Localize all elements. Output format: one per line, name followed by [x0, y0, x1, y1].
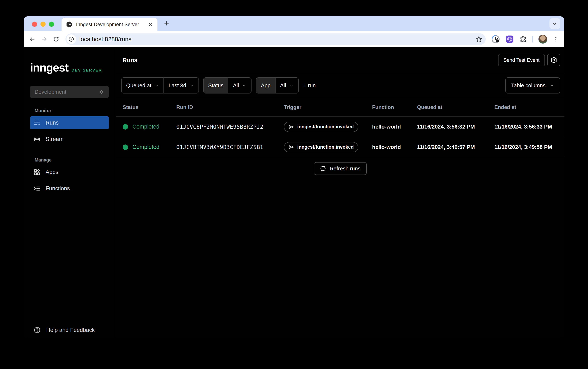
column-header-trigger: Trigger [284, 104, 372, 110]
minimize-window-button[interactable] [40, 21, 46, 27]
reload-icon[interactable] [53, 36, 59, 42]
trigger-cell: inngest/function.invoked [284, 122, 372, 132]
settings-button[interactable] [547, 54, 560, 66]
trigger-badge[interactable]: inngest/function.invoked [284, 142, 358, 152]
run-count: 1 run [304, 82, 316, 89]
column-header-ended-at: Ended at [494, 104, 564, 110]
status-filter-dropdown[interactable]: All [228, 78, 251, 93]
help-question-icon [34, 327, 41, 334]
new-tab-button[interactable] [163, 20, 170, 27]
close-window-button[interactable] [32, 21, 37, 27]
run-id[interactable]: 01JCVBTMV3WXY9D3CFDEJFZSB1 [176, 144, 284, 150]
sidebar-item-stream[interactable]: Stream [30, 133, 109, 146]
refresh-label: Refresh runs [330, 165, 360, 172]
status-filter-value: All [233, 82, 239, 89]
tab-bar: Inngest Development Server [24, 16, 564, 31]
address-bar[interactable]: localhost:8288/runs [65, 33, 486, 45]
tab-search-button[interactable] [549, 18, 560, 29]
send-test-event-button[interactable]: Send Test Event [498, 54, 545, 66]
browser-menu-icon[interactable] [553, 36, 559, 42]
table-row[interactable]: Completed 01JCVC6PF2MQNMTWE95BBRZPJ2 inn… [116, 117, 564, 137]
queued-at-value: 11/16/2024, 3:49:57 PM [417, 144, 494, 150]
settings-nut-icon [550, 57, 557, 64]
browser-tab[interactable]: Inngest Development Server [61, 18, 158, 31]
window-controls [32, 21, 54, 27]
sidebar-item-label: Apps [46, 169, 59, 175]
app-filter-dropdown[interactable]: All [276, 78, 298, 93]
refresh-icon [320, 165, 326, 172]
event-broadcast-icon [289, 124, 295, 130]
ended-at-value: 11/16/2024, 3:56:33 PM [494, 123, 564, 130]
time-range-dropdown[interactable]: Last 3d [164, 78, 198, 93]
sidebar: inngest DEV SERVER Development Monitor R… [24, 47, 116, 338]
event-broadcast-icon [289, 144, 295, 150]
app-filter-pill: App All [256, 77, 299, 93]
inngest-favicon-icon [66, 21, 73, 28]
header-actions: Send Test Event [498, 54, 560, 66]
trigger-badge[interactable]: inngest/function.invoked [284, 122, 358, 132]
refresh-runs-button[interactable]: Refresh runs [314, 162, 367, 175]
queued-at-value: 11/16/2024, 3:56:32 PM [417, 123, 494, 130]
site-info-icon[interactable] [67, 34, 76, 44]
column-header-queued-at: Queued at [417, 104, 494, 110]
forward-icon[interactable] [41, 36, 48, 42]
tab-title: Inngest Development Server [76, 21, 146, 27]
inngest-wordmark: inngest [30, 61, 68, 74]
app-filter-value: All [280, 82, 286, 89]
extensions-puzzle-icon[interactable] [519, 35, 527, 43]
chevron-down-icon [189, 83, 194, 88]
chevron-down-icon [549, 83, 554, 88]
column-header-run-id: Run ID [176, 104, 284, 110]
page-title: Runs [122, 57, 138, 64]
sidebar-item-label: Runs [46, 120, 59, 126]
app-filter-label: App [256, 78, 275, 93]
sidebar-item-runs[interactable]: Runs [30, 116, 109, 129]
function-name[interactable]: hello-world [372, 144, 417, 150]
environment-value: Development [35, 89, 66, 95]
close-tab-icon[interactable] [148, 22, 153, 27]
page-header: Runs Send Test Event [116, 47, 564, 73]
onepassword-extension-icon[interactable] [491, 35, 500, 44]
status-dot-completed [123, 144, 128, 150]
status-cell: Completed [123, 123, 176, 130]
profile-avatar[interactable] [538, 35, 547, 44]
column-header-function: Function [372, 104, 417, 110]
sidebar-item-apps[interactable]: Apps [30, 166, 109, 179]
help-and-feedback[interactable]: Help and Feedback [34, 327, 116, 334]
back-icon[interactable] [29, 36, 36, 42]
url-text[interactable]: localhost:8288/runs [79, 36, 472, 43]
time-field-label: Queued at [126, 82, 151, 89]
logo: inngest DEV SERVER [24, 61, 116, 74]
status-cell: Completed [123, 144, 176, 150]
sidebar-item-label: Functions [46, 185, 70, 192]
chevron-down-icon [289, 83, 294, 88]
trigger-name: inngest/function.invoked [297, 124, 354, 130]
help-label: Help and Feedback [46, 327, 95, 333]
filter-bar: Queued at Last 3d St [116, 73, 564, 98]
run-id[interactable]: 01JCVC6PF2MQNMTWE95BBRZPJ2 [176, 124, 284, 130]
apps-shapes-icon [34, 169, 40, 175]
sidebar-item-functions[interactable]: Functions [30, 182, 109, 195]
sidebar-section-monitor: Monitor [35, 108, 116, 113]
bookmark-star-icon[interactable] [475, 36, 482, 43]
status-filter-label: Status [204, 78, 228, 93]
table-row[interactable]: Completed 01JCVBTMV3WXY9D3CFDEJFZSB1 inn… [116, 137, 564, 157]
status-filter-pill: Status All [203, 77, 252, 93]
ended-at-value: 11/16/2024, 3:49:58 PM [494, 144, 564, 150]
table-columns-button[interactable]: Table columns [505, 77, 560, 93]
updown-chevrons-icon [99, 89, 104, 95]
time-range-label: Last 3d [169, 82, 186, 89]
status-label: Completed [132, 123, 159, 130]
trigger-cell: inngest/function.invoked [284, 142, 372, 152]
chevron-down-icon [242, 83, 247, 88]
toolbar-separator [532, 36, 533, 42]
environment-selector[interactable]: Development [30, 86, 109, 98]
function-name[interactable]: hello-world [372, 123, 417, 130]
table-columns-label: Table columns [511, 82, 546, 89]
maximize-window-button[interactable] [49, 21, 54, 27]
sidebar-item-label: Stream [46, 136, 64, 143]
stream-icon [34, 136, 40, 143]
time-field-dropdown[interactable]: Queued at [122, 78, 163, 93]
purple-extension-icon[interactable] [506, 35, 514, 43]
time-filter-pill: Queued at Last 3d [121, 77, 199, 93]
